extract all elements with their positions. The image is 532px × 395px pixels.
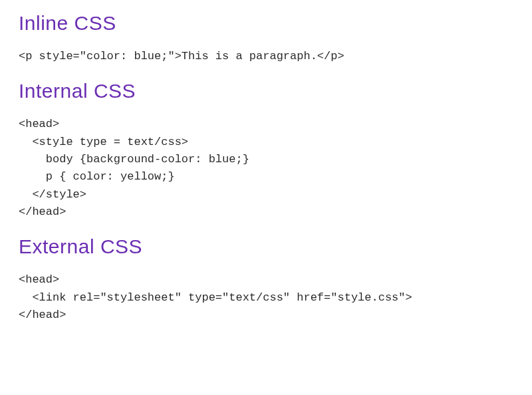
heading-external-css: External CSS bbox=[19, 235, 513, 258]
heading-internal-css: Internal CSS bbox=[19, 80, 513, 102]
code-inline-css: <p style="color: blue;">This is a paragr… bbox=[19, 48, 513, 65]
code-internal-css: <head> <style type = text/css> body {bac… bbox=[19, 116, 513, 221]
heading-inline-css: Inline CSS bbox=[19, 12, 513, 35]
code-external-css: <head> <link rel="stylesheet" type="text… bbox=[19, 271, 513, 324]
